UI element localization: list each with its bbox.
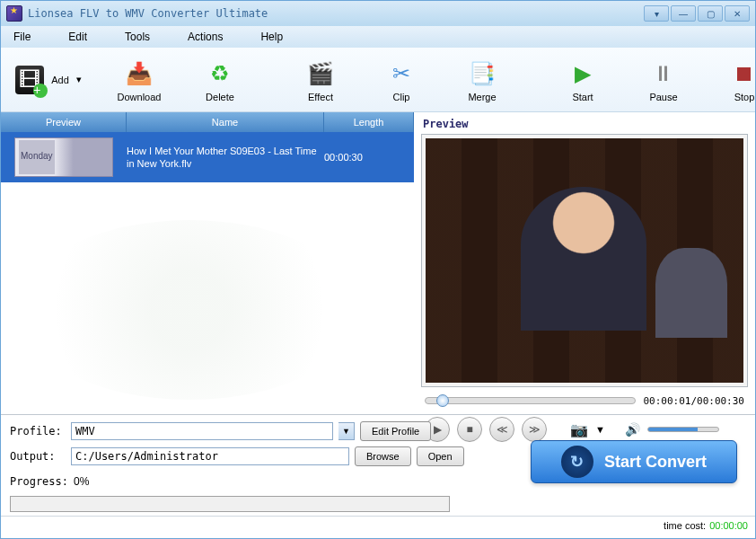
progress-value: 0%: [74, 475, 89, 488]
pause-button[interactable]: ⏸ Pause: [633, 53, 694, 106]
output-input[interactable]: [71, 447, 349, 465]
effect-icon: 🎬: [304, 57, 337, 90]
seek-row: 00:00:01/00:00:30: [421, 387, 748, 414]
clip-label: Clip: [393, 92, 410, 102]
menu-actions[interactable]: Actions: [188, 31, 223, 43]
stop-icon: ⏹: [728, 57, 756, 90]
scissors-icon: ✂: [385, 57, 418, 90]
preview-panel: Preview 00:00:01/00:00:30 ▶ ■ ≪ ≫ 📷 ▼ 🔊: [414, 112, 755, 414]
merge-icon: 📑: [466, 57, 498, 90]
progress-bar: [10, 496, 450, 512]
col-name[interactable]: Name: [127, 112, 324, 132]
column-headers: Preview Name Length: [1, 112, 414, 132]
merge-label: Merge: [468, 92, 496, 102]
toolbar: 🎞 Add ▾ 📥 Download ♻ Delete 🎬 Effect ✂ C…: [1, 48, 755, 112]
thumbnail-cell: Monday: [1, 132, 127, 182]
download-icon: 📥: [123, 57, 155, 90]
menu-help[interactable]: Help: [260, 31, 283, 43]
recycle-icon: ♻: [204, 57, 236, 90]
length-cell: 00:00:30: [324, 132, 414, 182]
video-frame[interactable]: [426, 138, 743, 383]
convert-label: Start Convert: [604, 453, 707, 472]
maximize-button[interactable]: ▢: [698, 5, 723, 22]
convert-area: ↻ Start Convert: [531, 440, 737, 483]
pause-icon: ⏸: [647, 57, 680, 90]
timecost-label: time cost:: [664, 520, 706, 531]
file-list-panel: Preview Name Length Monday How I Met You…: [1, 112, 414, 414]
seek-slider[interactable]: [425, 397, 636, 404]
menu-file[interactable]: File: [13, 31, 31, 43]
menu-edit[interactable]: Edit: [68, 31, 87, 43]
stop-button[interactable]: ⏹ Stop: [714, 53, 756, 106]
edit-profile-button[interactable]: Edit Profile: [360, 421, 431, 441]
merge-button[interactable]: 📑 Merge: [452, 53, 513, 106]
delete-label: Delete: [206, 92, 234, 102]
seek-thumb[interactable]: [436, 394, 449, 407]
table-row[interactable]: Monday How I Met Your Mother S09E03 - La…: [1, 132, 414, 182]
play-icon: ▶: [567, 57, 599, 90]
watermark-icon: [19, 220, 360, 400]
download-button[interactable]: 📥 Download: [109, 53, 170, 106]
film-add-icon: 🎞: [15, 66, 44, 94]
titlebar: Lionsea FLV to WMV Converter Ultimate ▾ …: [1, 1, 755, 26]
start-convert-button[interactable]: ↻ Start Convert: [531, 440, 737, 483]
close-button[interactable]: ✕: [725, 5, 750, 22]
col-length[interactable]: Length: [324, 112, 414, 132]
window-title: Lionsea FLV to WMV Converter Ultimate: [28, 7, 644, 20]
download-label: Download: [118, 92, 162, 102]
col-preview[interactable]: Preview: [1, 112, 127, 132]
output-label: Output:: [10, 450, 66, 463]
bottom-form: Profile: ▼ Edit Profile Output: Browse O…: [1, 414, 755, 516]
thumbnail-image: Monday: [14, 137, 113, 177]
video-foreground: [521, 187, 646, 331]
profile-input[interactable]: [71, 422, 333, 440]
pause-label: Pause: [649, 92, 677, 102]
menu-tools[interactable]: Tools: [125, 31, 150, 43]
collapse-button[interactable]: ▾: [644, 5, 669, 22]
convert-icon: ↻: [561, 446, 593, 478]
add-button[interactable]: 🎞 Add ▾: [8, 53, 89, 106]
timecost-value: 00:00:00: [709, 520, 748, 531]
window-controls: ▾ — ▢ ✕: [644, 5, 750, 22]
minimize-button[interactable]: —: [671, 5, 696, 22]
chevron-down-icon: ▾: [76, 74, 82, 85]
main-area: Preview Name Length Monday How I Met You…: [1, 112, 755, 414]
progress-label: Progress:: [10, 475, 68, 488]
preview-label: Preview: [423, 118, 748, 130]
thumbnail-text: Monday: [21, 151, 53, 161]
add-label: Add: [51, 75, 69, 85]
delete-button[interactable]: ♻ Delete: [189, 53, 251, 106]
menubar: File Edit Tools Actions Help: [1, 26, 755, 48]
app-icon: [6, 5, 22, 22]
profile-label: Profile:: [10, 425, 66, 437]
video-foreground-2: [655, 248, 727, 338]
effect-label: Effect: [308, 92, 333, 102]
browse-button[interactable]: Browse: [355, 446, 411, 466]
start-label: Start: [572, 92, 593, 102]
clip-button[interactable]: ✂ Clip: [371, 53, 432, 106]
profile-dropdown-button[interactable]: ▼: [338, 422, 355, 440]
name-cell: How I Met Your Mother S09E03 - Last Time…: [127, 132, 324, 182]
open-button[interactable]: Open: [417, 446, 464, 466]
stop-label: Stop: [734, 92, 755, 102]
footer: time cost: 00:00:00: [1, 516, 755, 534]
time-display: 00:00:01/00:00:30: [643, 395, 744, 407]
start-button[interactable]: ▶ Start: [552, 53, 613, 106]
preview-box: [421, 134, 748, 387]
effect-button[interactable]: 🎬 Effect: [290, 53, 351, 106]
